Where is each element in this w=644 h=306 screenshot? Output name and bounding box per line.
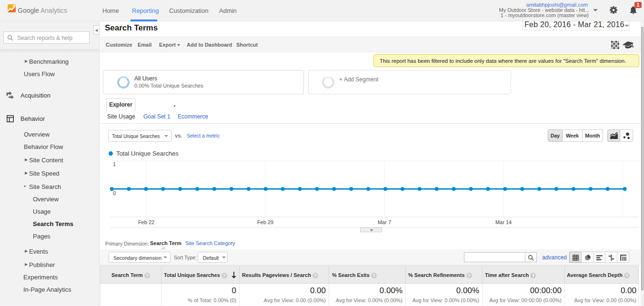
svg-text:0: 0 xyxy=(113,190,116,196)
svg-text:Mar 14: Mar 14 xyxy=(495,219,512,225)
svg-text:1: 1 xyxy=(113,161,116,167)
svg-text:Feb 29: Feb 29 xyxy=(257,219,273,225)
svg-text:Feb 22: Feb 22 xyxy=(138,219,154,225)
svg-text:Mar 7: Mar 7 xyxy=(378,219,391,225)
